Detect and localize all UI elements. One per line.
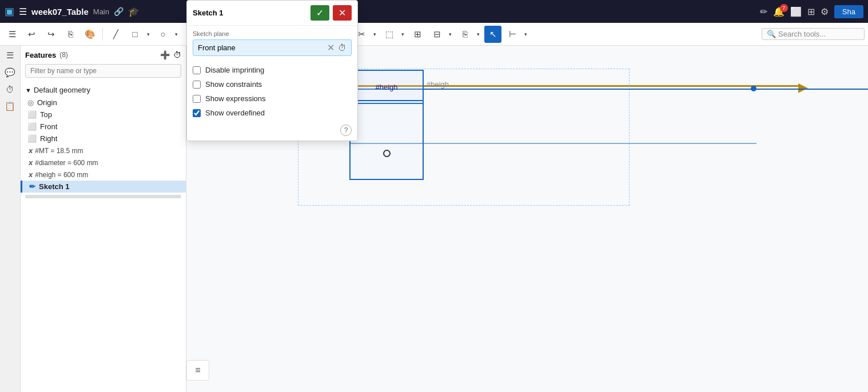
var-heigh: x #heigh = 600 mm [21, 169, 186, 181]
timer-icon[interactable]: ⏱ [338, 43, 347, 53]
circle-button[interactable]: ○ [154, 26, 172, 43]
var-diameter-label: #diameter = 600 mm [35, 159, 98, 167]
sidebar-content: Features (8) ➕ ⏱ ▼ Default geometry ◎ Or… [21, 46, 186, 392]
offset-group[interactable]: ⬚ ▾ [381, 26, 407, 43]
line-button[interactable]: ╱ [107, 26, 124, 43]
center-point [383, 150, 391, 157]
sketch-help: ? [187, 122, 357, 136]
apps-icon[interactable]: ⊞ [807, 6, 815, 17]
list-icon[interactable]: ☰ [3, 26, 21, 43]
paint-button[interactable]: 🎨 [81, 26, 98, 43]
import-dropdown[interactable]: ▾ [474, 26, 482, 43]
top-label: Top [40, 110, 52, 119]
rect-dropdown[interactable]: ▾ [144, 26, 152, 43]
redo-button[interactable]: ↪ [42, 26, 59, 43]
show-constraints-checkbox[interactable] [193, 81, 201, 89]
search-icon: 🔍 [767, 30, 776, 38]
rect-button[interactable]: □ [126, 26, 144, 43]
copy-button[interactable]: ⎘ [62, 26, 79, 43]
share-button[interactable]: Sha [834, 5, 863, 18]
tree-item-sketch1[interactable]: ✏ Sketch 1 [21, 181, 186, 193]
notification-icon[interactable]: 🔔 7 [773, 6, 785, 17]
select-button[interactable]: ↖ [484, 26, 501, 43]
chevron-down-icon: ▼ [25, 87, 31, 94]
right-label: Right [40, 134, 57, 143]
sketch-plane-section: Sketch plane Front plane ✕ ⏱ [187, 26, 357, 61]
tree-item-front[interactable]: ⬜ Front [21, 121, 186, 133]
trim-dropdown[interactable]: ▾ [371, 26, 379, 43]
sketch-panel: Sketch 1 ✓ ✕ Sketch plane Front plane ✕ … [186, 0, 358, 141]
option-show-expressions: Show expressions [193, 91, 352, 106]
undo-button[interactable]: ↩ [23, 26, 40, 43]
constraint-group[interactable]: ⊢ ▾ [504, 26, 529, 43]
mini-list-button[interactable]: ≡ [186, 360, 209, 381]
doc-title: week07_Table [31, 7, 89, 17]
plane-right-icon: ⬜ [27, 134, 37, 143]
features-title: Features [25, 51, 56, 59]
sidebar-icon-comment[interactable]: 💬 [5, 67, 15, 78]
import-group[interactable]: ⎘ ▾ [456, 26, 482, 43]
var-icon-mt: x [29, 146, 33, 155]
show-expressions-checkbox[interactable] [193, 95, 201, 103]
coauthors-icon[interactable]: ✏ [760, 6, 767, 17]
heigh-ext-label: #heigh [427, 70, 449, 89]
offset-button[interactable]: ⬚ [381, 26, 398, 43]
import-button[interactable]: ⎘ [456, 26, 473, 43]
settings-icon[interactable]: ⚙ [821, 6, 829, 17]
doc-icon[interactable]: ⬜ [790, 6, 802, 17]
sidebar-icon-list[interactable]: ☰ [6, 50, 14, 61]
confirm-button[interactable]: ✓ [310, 5, 329, 21]
sidebar: ☰ 💬 ⏱ 📋 Features (8) ➕ ⏱ ▼ Default geome… [0, 46, 186, 392]
search-tools[interactable]: 🔍 Search tools... [762, 28, 865, 40]
endpoint-right [751, 86, 756, 91]
measure-button[interactable]: ⊞ [409, 26, 426, 43]
sidebar-scrollbar[interactable] [25, 195, 181, 198]
toolbar: ☰ ↩ ↪ ⎘ 🎨 ╱ □ ▾ ○ ▾ ∿ ▾ ⬡ ▾ ⌒ ▾ · T ⬜ ▾ … [0, 23, 868, 46]
branch-label: Main [93, 7, 109, 16]
tree-item-right[interactable]: ⬜ Right [21, 133, 186, 145]
show-overdefined-checkbox[interactable] [193, 109, 201, 117]
option-show-constraints: Show constraints [193, 77, 352, 91]
circle-group[interactable]: ○ ▾ [154, 26, 180, 43]
features-count: (8) [59, 51, 68, 59]
option-disable-imprinting-label: Disable imprinting [205, 66, 264, 74]
line-group[interactable]: ╱ [107, 26, 124, 43]
learn-icon[interactable]: 🎓 [128, 6, 140, 17]
main-area: ☰ 💬 ⏱ 📋 Features (8) ➕ ⏱ ▼ Default geome… [0, 46, 868, 392]
clear-plane-button[interactable]: ✕ [327, 42, 335, 53]
cancel-button[interactable]: ✕ [333, 5, 352, 21]
link-icon[interactable]: 🔗 [114, 7, 124, 16]
mini-list-icon: ≡ [195, 365, 200, 375]
pattern-dropdown[interactable]: ▾ [446, 26, 454, 43]
constraint-button[interactable]: ⊢ [504, 26, 521, 43]
help-icon[interactable]: ? [340, 125, 352, 136]
option-show-constraints-label: Show constraints [205, 80, 262, 89]
offset-dropdown[interactable]: ▾ [399, 26, 407, 43]
disable-imprinting-checkbox[interactable] [193, 66, 201, 74]
filter-input[interactable] [25, 64, 181, 78]
pattern-group[interactable]: ⊟ ▾ [428, 26, 454, 43]
search-label: Search tools... [778, 30, 826, 38]
circle-dropdown[interactable]: ▾ [172, 26, 180, 43]
pattern-button[interactable]: ⊟ [428, 26, 445, 43]
rect-group[interactable]: □ ▾ [126, 26, 152, 43]
tree-item-top[interactable]: ⬜ Top [21, 109, 186, 121]
logo-icon: ▣ [5, 5, 14, 18]
tree-item-origin[interactable]: ◎ Origin [21, 97, 186, 109]
group-label: Default geometry [34, 86, 90, 94]
history-button[interactable]: ⏱ [173, 50, 181, 59]
features-header: Features (8) ➕ ⏱ [21, 46, 186, 62]
sidebar-icon-history[interactable]: ⏱ [6, 85, 14, 94]
hamburger-icon[interactable]: ☰ [19, 6, 27, 17]
option-disable-imprinting: Disable imprinting [193, 63, 352, 77]
constraint-dropdown[interactable]: ▾ [521, 26, 529, 43]
option-show-overdefined-label: Show overdefined [205, 109, 265, 117]
var-icon-heigh: x [29, 170, 33, 179]
plane-name: Front plane [198, 43, 324, 52]
sidebar-left-icons: ☰ 💬 ⏱ 📋 [0, 46, 21, 392]
heigh-box: #heigh [349, 70, 424, 104]
sidebar-icon-notes[interactable]: 📋 [5, 101, 15, 111]
default-geometry-group[interactable]: ▼ Default geometry [21, 83, 186, 97]
plane-top-icon: ⬜ [27, 110, 37, 119]
add-feature-button[interactable]: ➕ [160, 50, 170, 59]
